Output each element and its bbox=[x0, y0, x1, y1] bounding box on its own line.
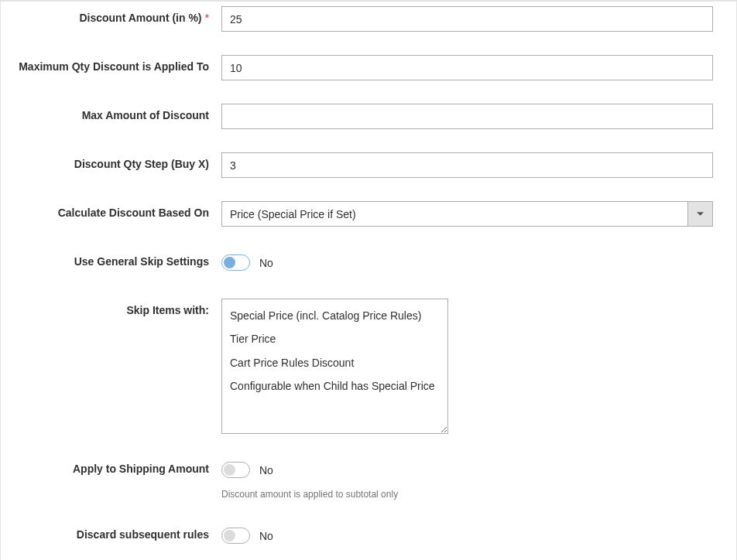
row-discard-subsequent: Discard subsequent rules No bbox=[1, 523, 713, 548]
label-use-general-skip: Use General Skip Settings bbox=[1, 250, 221, 268]
input-qty-step[interactable] bbox=[221, 152, 713, 178]
required-mark: * bbox=[205, 12, 209, 24]
option-skip-item[interactable]: Special Price (incl. Catalog Price Rules… bbox=[222, 304, 447, 327]
input-max-amount[interactable] bbox=[221, 104, 713, 129]
toggle-knob bbox=[224, 464, 235, 476]
label-discount-amount: Discount Amount (in %)* bbox=[1, 6, 221, 24]
toggle-state-discard-subsequent: No bbox=[259, 530, 273, 542]
label-qty-step: Discount Qty Step (Buy X) bbox=[1, 152, 221, 170]
row-use-general-skip: Use General Skip Settings No bbox=[1, 250, 713, 275]
input-discount-amount[interactable] bbox=[221, 6, 713, 32]
toggle-state-apply-shipping: No bbox=[259, 464, 273, 476]
label-max-qty: Maximum Qty Discount is Applied To bbox=[1, 55, 221, 73]
toggle-apply-shipping[interactable] bbox=[221, 462, 250, 478]
input-max-qty[interactable] bbox=[221, 55, 713, 80]
hint-apply-shipping: Discount amount is applied to subtotal o… bbox=[221, 489, 713, 500]
option-skip-item[interactable]: Cart Price Rules Discount bbox=[222, 351, 447, 374]
row-qty-step: Discount Qty Step (Buy X) bbox=[1, 152, 713, 178]
toggle-state-use-general-skip: No bbox=[259, 257, 273, 269]
price-rule-form: Discount Amount (in %)* Maximum Qty Disc… bbox=[1, 6, 736, 560]
label-skip-items: Skip Items with: bbox=[1, 299, 221, 316]
toggle-knob bbox=[224, 257, 235, 268]
toggle-use-general-skip[interactable] bbox=[221, 254, 250, 271]
select-calc-based-on-value[interactable] bbox=[221, 201, 713, 227]
row-skip-items: Skip Items with: Special Price (incl. Ca… bbox=[1, 299, 713, 434]
toggle-knob bbox=[224, 530, 235, 541]
row-max-amount: Max Amount of Discount bbox=[1, 104, 713, 129]
row-discount-amount: Discount Amount (in %)* bbox=[1, 6, 713, 32]
label-calc-based-on: Calculate Discount Based On bbox=[1, 201, 221, 219]
option-skip-item[interactable]: Configurable when Child has Special Pric… bbox=[222, 374, 447, 398]
toggle-discard-subsequent[interactable] bbox=[221, 528, 250, 544]
select-calc-based-on[interactable] bbox=[221, 201, 713, 227]
label-discard-subsequent: Discard subsequent rules bbox=[1, 523, 221, 541]
label-max-amount: Max Amount of Discount bbox=[1, 104, 221, 121]
option-skip-item[interactable]: Tier Price bbox=[222, 327, 447, 350]
row-calc-based-on: Calculate Discount Based On bbox=[1, 201, 713, 227]
row-apply-shipping: Apply to Shipping Amount No Discount amo… bbox=[1, 457, 713, 500]
row-max-qty: Maximum Qty Discount is Applied To bbox=[1, 55, 713, 80]
label-apply-shipping: Apply to Shipping Amount bbox=[1, 457, 221, 475]
multiselect-skip-items[interactable]: Special Price (incl. Catalog Price Rules… bbox=[221, 299, 448, 434]
